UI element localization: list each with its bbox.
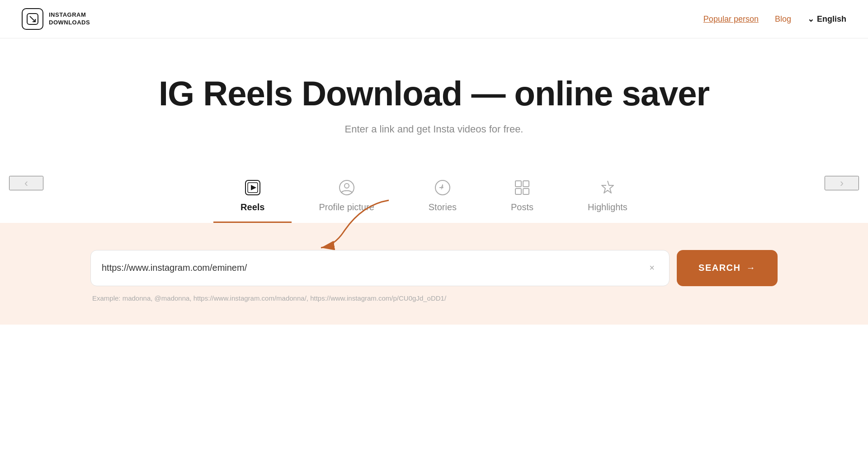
tab-posts-label: Posts (511, 202, 533, 212)
blog-link[interactable]: Blog (775, 14, 791, 24)
svg-point-6 (344, 184, 349, 188)
logo-area: INSTAGRAM DOWNLOADS (22, 8, 90, 30)
tab-stories-label: Stories (429, 202, 457, 212)
highlights-icon (599, 179, 617, 197)
tab-highlights[interactable]: Highlights (561, 171, 655, 223)
tab-posts[interactable]: Posts (484, 171, 561, 223)
header: INSTAGRAM DOWNLOADS Popular person Blog … (0, 0, 868, 38)
svg-marker-4 (251, 185, 256, 190)
chevron-down-icon: ⌄ (807, 14, 814, 24)
search-button[interactable]: SEARCH → (677, 250, 778, 286)
search-button-label: SEARCH (698, 263, 741, 273)
logo-icon (22, 8, 43, 30)
hero-title: IG Reels Download — online saver (22, 75, 846, 113)
tabs-nav: Reels Profile picture (0, 171, 868, 223)
search-section: × SEARCH → Example: madonna, @madonna, h… (0, 223, 868, 325)
search-bar-row: × SEARCH → (90, 250, 778, 286)
tab-reels-label: Reels (241, 202, 264, 212)
popular-person-link[interactable]: Popular person (703, 14, 759, 24)
profile-picture-icon (338, 179, 356, 197)
logo-text: INSTAGRAM DOWNLOADS (49, 11, 90, 27)
svg-rect-12 (515, 181, 521, 187)
svg-rect-13 (523, 181, 529, 187)
search-arrow-icon: → (746, 263, 756, 273)
tabs-list: Reels Profile picture (213, 171, 655, 223)
reels-icon (244, 179, 262, 197)
svg-rect-14 (515, 189, 521, 194)
language-selector[interactable]: ⌄ English (807, 14, 846, 24)
tab-stories[interactable]: + Stories (401, 171, 484, 223)
header-nav: Popular person Blog ⌄ English (703, 14, 846, 24)
tab-arrow-right[interactable]: › (825, 176, 859, 190)
tab-profile-picture[interactable]: Profile picture (292, 171, 401, 223)
tabs-wrapper: ‹ Reels (0, 153, 868, 223)
search-input-wrapper: × (90, 250, 670, 286)
stories-icon: + (434, 179, 452, 197)
svg-line-1 (30, 16, 35, 22)
example-text: Example: madonna, @madonna, https://www.… (90, 294, 778, 302)
hero-subtitle: Enter a link and get Insta videos for fr… (22, 123, 846, 135)
tab-profile-picture-label: Profile picture (319, 202, 374, 212)
svg-text:+: + (439, 184, 443, 191)
tab-highlights-label: Highlights (588, 202, 627, 212)
language-label: English (817, 14, 846, 24)
search-input[interactable] (102, 263, 646, 273)
svg-rect-15 (523, 189, 529, 194)
hero-section: IG Reels Download — online saver Enter a… (0, 38, 868, 153)
posts-icon (513, 179, 531, 197)
tab-reels[interactable]: Reels (213, 171, 292, 223)
tab-arrow-left[interactable]: ‹ (9, 176, 43, 190)
clear-button[interactable]: × (646, 261, 658, 275)
